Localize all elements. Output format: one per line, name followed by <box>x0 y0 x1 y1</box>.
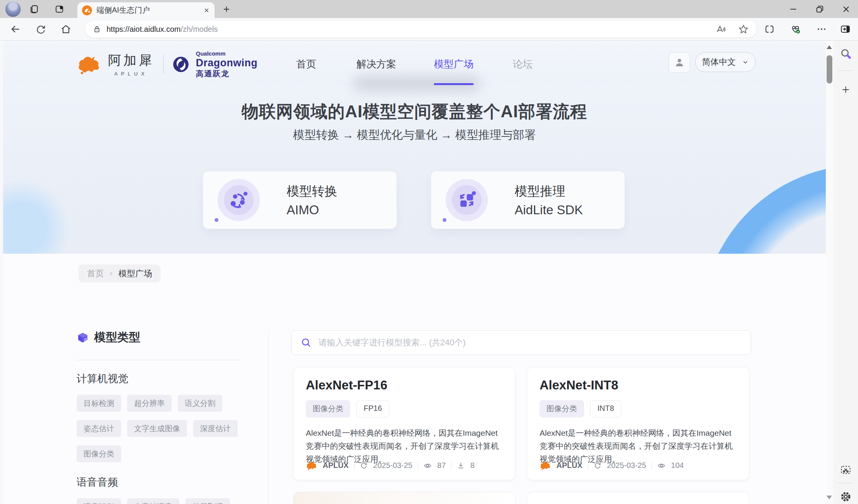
nav-forum[interactable]: 论坛 <box>513 57 533 71</box>
read-aloud-icon[interactable] <box>716 23 727 35</box>
person-icon <box>674 57 685 68</box>
brand-name-en: APLUX <box>114 71 148 77</box>
language-label: 简体中文 <box>702 56 736 68</box>
updated-icon <box>360 461 368 470</box>
model-date: 2025-03-25 <box>373 461 412 470</box>
dragonwing-swirl-icon <box>173 56 189 72</box>
model-category-tag: 图像分类 <box>540 400 584 417</box>
tag-super-resolution[interactable]: 超分辨率 <box>127 395 172 412</box>
tag-text-to-speech[interactable]: 文字转语音 <box>127 498 179 504</box>
search-icon <box>301 337 312 348</box>
model-downloads: 8 <box>470 461 474 470</box>
decor-dot <box>215 218 218 222</box>
nav-solutions[interactable]: 解决方案 <box>356 57 396 71</box>
sidebar-toggle-icon[interactable] <box>839 23 851 35</box>
sidebar-divider <box>77 360 241 360</box>
workspaces-icon[interactable] <box>28 3 40 15</box>
brand-name-cn: 阿加犀 <box>108 52 154 69</box>
favicon <box>82 5 92 15</box>
breadcrumb: 首页 模型广场 <box>79 264 161 282</box>
browser-essentials-icon[interactable] <box>789 23 802 35</box>
refresh-icon[interactable] <box>34 23 47 35</box>
model-description: AlexNet是一种经典的卷积神经网络，因其在ImageNet竞赛中的突破性表现… <box>306 427 504 466</box>
tag-object-detection[interactable]: 目标检测 <box>77 395 121 412</box>
model-views: 87 <box>437 461 446 470</box>
hero-card-name: AidLite SDK <box>515 203 583 217</box>
tab-actions-icon[interactable] <box>54 3 65 15</box>
screenshot-snip-icon[interactable] <box>839 463 853 477</box>
model-card-alexnet-int8[interactable]: AlexNet-INT8 图像分类 INT8 AlexNet是一种经典的卷积神经… <box>527 367 749 480</box>
updated-icon <box>594 461 602 470</box>
tag-depth-estimation[interactable]: 深度估计 <box>193 420 238 437</box>
edge-sidebar <box>833 41 858 504</box>
new-tab-icon[interactable] <box>221 3 232 15</box>
tab-close-icon[interactable] <box>203 7 210 14</box>
sidebar-divider <box>838 71 853 71</box>
sidebar-search-icon[interactable] <box>839 47 853 61</box>
decor-ring <box>701 165 826 254</box>
window-close-icon[interactable] <box>840 3 852 15</box>
window-minimize-icon[interactable] <box>787 3 799 15</box>
scroll-up-icon[interactable] <box>827 45 832 49</box>
cv-tags: 目标检测 超分辨率 语义分割 姿态估计 文字生成图像 深度估计 图像分类 <box>77 395 245 462</box>
filter-group-cv: 计算机视觉 <box>77 372 245 386</box>
cube-icon <box>77 332 89 344</box>
scrollbar-thumb[interactable] <box>827 55 832 84</box>
audio-tags: 语音识别 文字转语音 机器翻译 <box>77 498 245 504</box>
model-meta: APLUX 2025-03-25 87 8 <box>306 460 474 471</box>
tag-speech-recognition[interactable]: 语音识别 <box>77 498 121 504</box>
sidebar-divider <box>838 483 853 483</box>
language-selector[interactable]: 简体中文 <box>695 52 756 72</box>
address-bar[interactable]: https://aiot.aidlux.com/zh/models <box>85 21 756 38</box>
model-precision-tag: INT8 <box>590 400 621 417</box>
site-header: 阿加犀 APLUX Qualcomm Dragonwing 高通跃龙 首页 解决… <box>3 41 826 85</box>
model-description: AlexNet是一种经典的卷积神经网络，因其在ImageNet竞赛中的突破性表现… <box>540 427 738 466</box>
model-inference-icon <box>446 179 488 221</box>
nav-home[interactable]: 首页 <box>296 57 316 71</box>
model-card-partial[interactable] <box>293 492 515 504</box>
hero-card-model-inference[interactable]: 模型推理 AidLite SDK <box>431 171 625 229</box>
hero-banner: 物联网领域的AI模型空间覆盖整个AI部署流程 模型转换 → 模型优化与量化 → … <box>3 85 826 254</box>
model-card-partial[interactable] <box>527 492 749 504</box>
model-card-alexnet-fp16[interactable]: AlexNet-FP16 图像分类 FP16 AlexNet是一种经典的卷积神经… <box>293 367 515 480</box>
aplux-rhino-icon <box>540 460 551 471</box>
tag-image-classification[interactable]: 图像分类 <box>77 445 121 462</box>
search-input[interactable] <box>318 338 742 348</box>
tag-pose-estimation[interactable]: 姿态估计 <box>77 420 121 437</box>
breadcrumb-current: 模型广场 <box>118 268 152 279</box>
window-restore-icon[interactable] <box>814 3 826 15</box>
hero-card-title: 模型推理 <box>515 183 565 200</box>
tag-text-to-image[interactable]: 文字生成图像 <box>127 420 187 437</box>
sidebar-add-icon[interactable] <box>839 83 853 97</box>
scroll-down-icon[interactable] <box>827 496 832 499</box>
page-scrollbar[interactable] <box>826 41 833 504</box>
breadcrumb-chevron-icon <box>108 271 114 276</box>
tab-strip: 端侧AI生态门户 <box>0 0 858 18</box>
browser-window: 端侧AI生态门户 <box>0 0 858 504</box>
hero-card-model-conversion[interactable]: 模型转换 AIMO <box>203 171 397 229</box>
nav-active-underline <box>434 83 474 85</box>
site-logo[interactable]: 阿加犀 APLUX Qualcomm Dragonwing 高通跃龙 <box>77 51 258 78</box>
back-icon[interactable] <box>9 23 21 35</box>
home-icon[interactable] <box>60 23 72 35</box>
hero-card-name: AIMO <box>287 203 319 217</box>
favorites-star-icon[interactable] <box>738 24 749 34</box>
breadcrumb-home[interactable]: 首页 <box>87 268 104 279</box>
nav-model-marketplace[interactable]: 模型广场 <box>434 57 474 71</box>
settings-menu-icon[interactable] <box>815 23 828 35</box>
dragonwing-label-cn: 高通跃龙 <box>196 69 258 78</box>
tag-semantic-segmentation[interactable]: 语义分割 <box>178 395 222 412</box>
url-host: https://aiot.aidlux.com <box>107 25 180 33</box>
split-screen-icon[interactable] <box>763 23 776 35</box>
user-account-button[interactable] <box>669 52 690 73</box>
tag-machine-translation[interactable]: 机器翻译 <box>185 498 230 504</box>
views-icon <box>657 461 666 470</box>
lock-icon <box>93 25 101 33</box>
sidebar-settings-gear-icon[interactable] <box>839 490 853 504</box>
browser-tab[interactable]: 端侧AI生态门户 <box>77 2 215 18</box>
aplux-rhino-icon <box>77 53 101 76</box>
url-text: https://aiot.aidlux.com/zh/models <box>107 25 218 34</box>
views-icon <box>423 461 432 470</box>
profile-avatar[interactable] <box>5 2 21 17</box>
decor-dot <box>443 218 446 222</box>
